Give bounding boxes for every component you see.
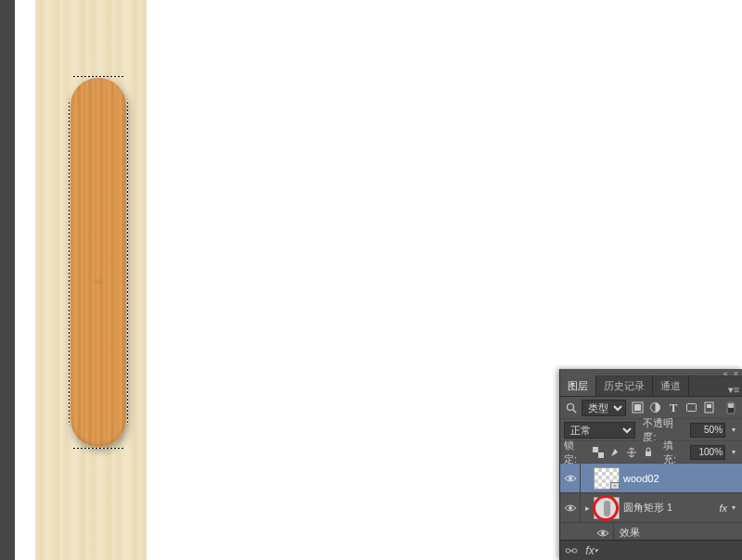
- lock-transparent-icon[interactable]: [591, 445, 606, 460]
- fx-menu-icon[interactable]: fx▾: [584, 543, 599, 558]
- lock-label: 锁定:: [564, 439, 587, 466]
- visibility-toggle[interactable]: [596, 528, 609, 538]
- svg-rect-11: [593, 447, 598, 452]
- filter-type-icon[interactable]: T: [666, 401, 680, 415]
- layer-list: ▫ wood02 ▸ 圆角矩形 1 fx ▾ 效果: [560, 464, 742, 540]
- filter-pixel-icon[interactable]: [630, 401, 644, 415]
- svg-point-16: [601, 531, 605, 535]
- filter-kind-select[interactable]: 类型: [582, 400, 626, 416]
- filter-search-icon[interactable]: [564, 401, 578, 415]
- blend-mode-select[interactable]: 正常: [564, 422, 635, 439]
- fx-twisty[interactable]: ▾: [729, 501, 738, 515]
- layer-row-rounded-rect[interactable]: ▸ 圆角矩形 1 fx ▾: [560, 493, 742, 523]
- layer-twisty[interactable]: ▸: [581, 503, 594, 513]
- layer-effects-row[interactable]: 效果: [560, 523, 742, 540]
- layer-name[interactable]: wood02: [623, 473, 738, 484]
- svg-rect-9: [728, 403, 734, 408]
- blend-row: 正常 不透明度: ▾: [560, 419, 742, 441]
- svg-rect-3: [634, 404, 641, 411]
- svg-rect-12: [598, 452, 604, 458]
- opacity-input[interactable]: [690, 423, 725, 438]
- effects-label[interactable]: 效果: [614, 526, 738, 540]
- lock-row: 锁定: 填充: ▾: [560, 441, 742, 464]
- svg-rect-13: [646, 452, 651, 456]
- filter-toggle-switch[interactable]: [724, 401, 738, 415]
- rounded-rect-shape[interactable]: [70, 78, 126, 447]
- panel-collapse-icon[interactable]: «: [723, 369, 728, 375]
- visibility-toggle[interactable]: [560, 464, 581, 492]
- lock-position-icon[interactable]: [624, 445, 639, 460]
- smartobject-badge-icon: ▫: [610, 482, 620, 490]
- tab-layers[interactable]: 图层: [560, 375, 596, 396]
- fill-input[interactable]: [690, 445, 725, 460]
- svg-point-0: [567, 403, 573, 410]
- svg-point-15: [569, 506, 572, 510]
- link-layers-icon[interactable]: [564, 543, 579, 558]
- panel-menu-icon[interactable]: ▾≡: [725, 384, 742, 396]
- fill-stepper[interactable]: ▾: [729, 445, 738, 460]
- layer-name[interactable]: 圆角矩形 1: [623, 501, 719, 515]
- layers-panel: « × 图层 历史记录 通道 ▾≡ 类型 T: [559, 369, 742, 560]
- lock-pixels-icon[interactable]: [608, 445, 622, 460]
- panel-close-icon[interactable]: ×: [734, 369, 738, 375]
- visibility-toggle[interactable]: [560, 493, 581, 522]
- panel-tabs: 图层 历史记录 通道 ▾≡: [560, 376, 742, 397]
- visibility-spacer: [560, 523, 581, 540]
- layer-thumbnail[interactable]: ▫: [594, 467, 620, 490]
- svg-rect-5: [686, 404, 696, 412]
- tab-history[interactable]: 历史记录: [596, 375, 653, 396]
- opacity-stepper[interactable]: ▾: [729, 423, 738, 438]
- panel-footer: fx▾: [560, 540, 742, 560]
- filter-shape-icon[interactable]: [684, 401, 698, 415]
- layer-thumbnail[interactable]: [594, 497, 620, 519]
- tab-channels[interactable]: 通道: [653, 375, 689, 396]
- filter-adjust-icon[interactable]: [648, 401, 662, 415]
- filter-smart-icon[interactable]: [702, 401, 716, 415]
- lock-all-icon[interactable]: [641, 445, 656, 460]
- svg-rect-7: [707, 404, 711, 408]
- layer-row-wood02[interactable]: ▫ wood02: [560, 464, 742, 493]
- svg-line-1: [573, 410, 576, 413]
- svg-point-14: [569, 477, 572, 480]
- fx-badge[interactable]: fx: [719, 503, 727, 514]
- fill-label: 填充:: [663, 439, 686, 466]
